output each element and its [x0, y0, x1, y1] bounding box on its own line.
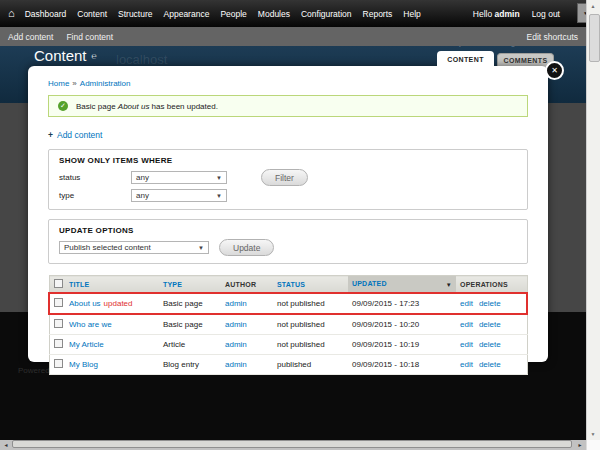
column-header-status[interactable]: STATUS	[273, 276, 348, 294]
node-status: not published	[273, 293, 348, 314]
breadcrumb-separator: »	[72, 79, 76, 88]
row-checkbox[interactable]	[54, 339, 63, 348]
node-status: published	[273, 355, 348, 375]
column-header-updated[interactable]: ▼UPDATED	[348, 276, 456, 294]
node-updated: 09/09/2015 - 10:20	[348, 314, 456, 335]
menu-help[interactable]: Help	[403, 9, 420, 19]
filter-legend: SHOW ONLY ITEMS WHERE	[59, 156, 517, 165]
site-name: localhost	[116, 52, 167, 67]
delete-link[interactable]: delete	[479, 299, 501, 308]
toolbar-user-area: Hello admin Log out	[473, 9, 586, 19]
menu-dashboard[interactable]: Dashboard	[25, 9, 67, 19]
table-row: About usupdated Basic page admin not pub…	[49, 293, 527, 314]
scroll-down-icon[interactable]: ▼	[587, 428, 599, 440]
node-type: Basic page	[159, 314, 221, 335]
home-icon[interactable]: ⌂	[8, 8, 15, 19]
update-options-legend: UPDATE OPTIONS	[59, 226, 517, 235]
menu-reports[interactable]: Reports	[363, 9, 393, 19]
node-title-link[interactable]: About us	[69, 299, 101, 308]
close-icon[interactable]: ✕	[545, 61, 564, 80]
scroll-up-icon[interactable]: ▲	[587, 0, 599, 12]
menu-people[interactable]: People	[220, 9, 246, 19]
node-status: not published	[273, 314, 348, 335]
scroll-left-icon[interactable]: ◄	[0, 440, 12, 450]
horizontal-scroll-thumb[interactable]	[12, 440, 572, 448]
filter-button[interactable]: Filter	[261, 169, 308, 186]
table-row: My Blog Blog entry admin published 09/09…	[49, 355, 527, 375]
row-checkbox[interactable]	[54, 359, 63, 368]
column-header-operations: OPERATIONS	[456, 276, 527, 294]
tab-content[interactable]: CONTENT	[437, 51, 494, 67]
author-link[interactable]: admin	[225, 340, 247, 349]
node-title-link[interactable]: Who are we	[69, 320, 112, 329]
select-all-cell	[49, 276, 65, 294]
breadcrumb: Home»Administration	[48, 66, 528, 88]
greeting-prefix: Hello	[473, 9, 492, 19]
type-label: type	[59, 191, 131, 200]
update-button[interactable]: Update	[219, 239, 274, 256]
edit-link[interactable]: edit	[460, 299, 473, 308]
author-link[interactable]: admin	[225, 299, 247, 308]
breadcrumb-home[interactable]: Home	[48, 79, 69, 88]
plus-icon: +	[48, 130, 53, 140]
scroll-right-icon[interactable]: ►	[574, 440, 586, 450]
menu-content[interactable]: Content	[77, 9, 107, 19]
status-message: ✓ Basic page About us has been updated.	[48, 95, 528, 117]
author-link[interactable]: admin	[225, 360, 247, 369]
admin-toolbar: ⌂ Dashboard Content Structure Appearance…	[0, 0, 586, 27]
shortcut-add-content[interactable]: Add content	[8, 32, 53, 42]
status-select[interactable]: any ▼	[131, 171, 227, 184]
edit-link[interactable]: edit	[460, 360, 473, 369]
edit-shortcuts-link[interactable]: Edit shortcuts	[527, 32, 579, 42]
vertical-scrollbar[interactable]: ▲ ▼	[586, 0, 600, 440]
author-link[interactable]: admin	[225, 320, 247, 329]
update-options-row: Publish selected content ▼ Update	[59, 239, 517, 256]
column-header-type[interactable]: TYPE	[159, 276, 221, 294]
status-message-text: Basic page About us has been updated.	[76, 102, 218, 111]
filter-type-row: type any ▼	[59, 189, 517, 202]
status-prefix: Basic page	[76, 102, 118, 111]
menu-appearance[interactable]: Appearance	[164, 9, 210, 19]
select-all-checkbox[interactable]	[54, 279, 63, 288]
column-header-title[interactable]: TITLE	[65, 276, 159, 294]
node-type: Article	[159, 335, 221, 355]
menu-modules[interactable]: Modules	[258, 9, 290, 19]
chevron-down-icon: ▼	[198, 245, 204, 251]
username[interactable]: admin	[495, 9, 520, 19]
shortcuts-bar: Add content Find content Edit shortcuts	[0, 27, 586, 46]
overlay-escape-icon: ℮	[92, 51, 97, 61]
status-select-value: any	[136, 173, 149, 182]
status-node-title: About us	[118, 102, 150, 111]
delete-link[interactable]: delete	[479, 340, 501, 349]
scrollbar-corner	[586, 440, 600, 450]
delete-link[interactable]: delete	[479, 360, 501, 369]
content-overlay: Home»Administration ✓ Basic page About u…	[28, 66, 548, 362]
horizontal-scrollbar[interactable]: ◄ ►	[0, 440, 586, 450]
type-select[interactable]: any ▼	[131, 189, 227, 202]
table-row: Who are we Basic page admin not publishe…	[49, 314, 527, 335]
row-checkbox[interactable]	[54, 319, 63, 328]
edit-link[interactable]: edit	[460, 320, 473, 329]
delete-link[interactable]: delete	[479, 320, 501, 329]
update-options-fieldset: UPDATE OPTIONS Publish selected content …	[48, 219, 528, 264]
add-content-link[interactable]: Add content	[57, 130, 102, 140]
node-updated: 09/09/2015 - 10:19	[348, 335, 456, 355]
logout-link[interactable]: Log out	[532, 9, 560, 19]
menu-structure[interactable]: Structure	[118, 9, 153, 19]
shortcut-find-content[interactable]: Find content	[66, 32, 113, 42]
add-content-action[interactable]: +Add content	[48, 130, 528, 140]
table-header-row: TITLE TYPE AUTHOR STATUS ▼UPDATED OPERAT…	[49, 276, 527, 294]
vertical-scroll-thumb[interactable]	[589, 14, 600, 62]
node-title-link[interactable]: My Blog	[69, 360, 98, 369]
menu-configuration[interactable]: Configuration	[301, 9, 352, 19]
sort-desc-icon: ▼	[446, 282, 452, 288]
status-check-icon: ✓	[58, 101, 68, 111]
node-type: Basic page	[159, 293, 221, 314]
status-suffix: has been updated.	[149, 102, 218, 111]
node-status: not published	[273, 335, 348, 355]
row-checkbox[interactable]	[54, 298, 63, 307]
breadcrumb-administration[interactable]: Administration	[80, 79, 131, 88]
edit-link[interactable]: edit	[460, 340, 473, 349]
node-title-link[interactable]: My Article	[69, 340, 104, 349]
update-options-select[interactable]: Publish selected content ▼	[59, 241, 209, 254]
